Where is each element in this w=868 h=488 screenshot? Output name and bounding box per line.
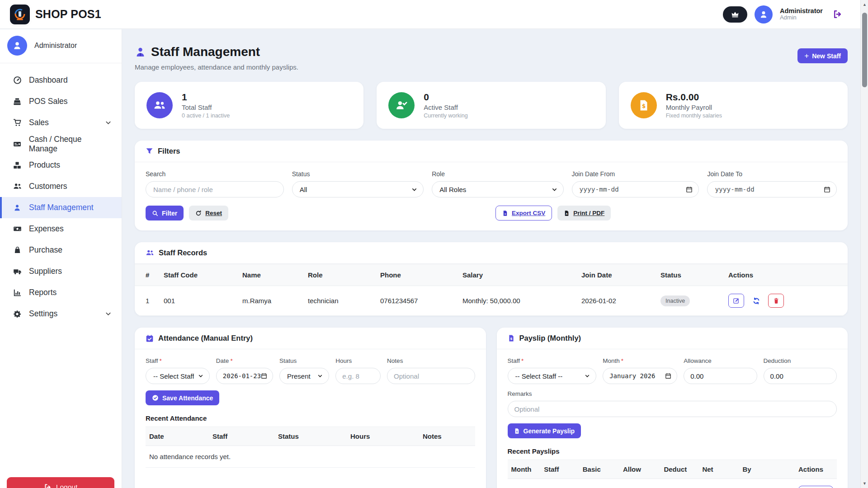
stat-sub: 0 active / 1 inactive [182,113,230,119]
sidebar-item-label: Settings [29,309,57,319]
crown-button[interactable] [723,6,747,23]
brand: SHOP POS1 [10,5,101,24]
header-logout-button[interactable] [833,9,842,19]
sidebar-item-cash-cheque[interactable]: Cash / Cheque Manage [0,133,122,155]
edit-button[interactable] [728,294,744,308]
staff-title-icon [135,47,146,58]
filter-button[interactable]: Filter [146,206,184,221]
cash-register-icon [13,98,22,106]
save-attendance-button[interactable]: Save Attendance [146,390,219,405]
main-content: Staff Management Manage employees, atten… [122,29,860,488]
ps-staff-label: Staff* [508,357,597,364]
sidebar-item-label: Customers [29,182,67,191]
att-date-label: Date* [216,357,273,364]
user-name: Administrator [780,7,823,15]
cell-allow: 35,000.00 [619,479,660,488]
search-input[interactable] [146,186,283,193]
attendance-date-input[interactable] [217,372,273,380]
filters-card: Filters Search Status All [135,141,848,230]
sidebar-item-sales[interactable]: Sales [0,112,122,133]
scroll-up-arrow[interactable]: ▲ [861,1,868,8]
cell-role: technician [304,286,377,316]
cell-name: m.Ramya [239,286,304,316]
stat-value: 1 [182,92,230,103]
sidebar-logout-button[interactable]: Logout [7,477,114,488]
users-icon [146,92,173,118]
sidebar-item-expenses[interactable]: Expenses [0,218,122,239]
app-logo [10,5,30,24]
sidebar-item-label: Staff Management [29,203,94,212]
status-badge: Inactive [660,296,690,306]
sidebar-item-customers[interactable]: Customers [0,176,122,197]
sidebar-item-dashboard[interactable]: Dashboard [0,70,122,91]
stat-label: Monthly Payroll [666,103,722,111]
user-role: Admin [780,14,823,21]
file-pdf-icon: A [564,210,570,216]
sidebar-item-products[interactable]: Products [0,155,122,176]
sidebar-item-settings[interactable]: Settings [0,303,122,324]
stats-row: 1 Total Staff 0 active / 1 inactive 0 Ac… [135,82,848,129]
cell-phone: 0761234567 [377,286,459,316]
sidebar-item-reports[interactable]: Reports [0,282,122,303]
check-circle-icon [152,394,159,401]
reset-button[interactable]: Reset [189,206,228,221]
table-row: 1 001 m.Ramya technician 0761234567 Mont… [135,286,848,316]
print-pdf-button[interactable]: A Print / PDF [557,206,611,221]
stat-card-active-staff: 0 Active Staff Currently working [377,82,605,129]
payslip-staff-select[interactable]: -- Select Staff -- [508,372,596,380]
payslip-card: $ Payslip (Monthly) Staff* -- Select Sta… [497,328,848,488]
payslip-month-input[interactable] [603,372,677,380]
edit-icon [733,297,740,304]
attendance-staff-select[interactable]: -- Select Staff -- [146,372,209,380]
users-icon [13,182,22,191]
attendance-hours-input[interactable] [336,372,380,380]
sidebar-item-label: Reports [29,288,57,297]
sidebar-item-suppliers[interactable]: Suppliers [0,261,122,282]
staff-records-title: Staff Records [159,249,207,257]
cell-code: 001 [160,286,239,316]
ps-deduction-label: Deduction [764,357,837,364]
new-staff-button[interactable]: + New Staff [797,48,848,63]
payslip-allowance-input[interactable] [684,372,756,380]
file-invoice-dollar-icon: $ [514,428,520,434]
user-avatar[interactable] [755,5,773,23]
recent-attendance-table: Date Staff Status Hours Notes No attenda… [146,427,475,468]
sidebar-item-label: Cash / Cheque Manage [29,135,112,154]
scroll-down-arrow[interactable]: ▼ [861,480,868,487]
attendance-title: Attendance (Manual Entry) [158,334,253,343]
sidebar-item-staff-management[interactable]: Staff Management [0,197,122,218]
sidebar-item-purchase[interactable]: Purchase [0,239,122,261]
scrollbar[interactable]: ▲ ▼ [860,0,868,488]
delete-button[interactable] [768,294,784,308]
export-csv-button[interactable]: x Export CSV [495,206,552,221]
toggle-status-button[interactable] [748,294,764,308]
payslip-remarks-input[interactable] [508,405,837,413]
sidebar-item-label: Expenses [29,224,64,234]
table-header-row: Month Staff Basic Allow Deduct Net By Ac… [508,460,837,479]
svg-text:$: $ [516,430,518,432]
status-select[interactable]: All [292,186,423,193]
payslip-deduction-input[interactable] [764,372,836,380]
table-header-row: Date Staff Status Hours Notes [146,427,475,446]
file-csv-icon: x [502,210,508,216]
table-header-row: # Staff Code Name Role Phone Salary Join… [135,264,848,286]
page-subtitle: Manage employees, attendance and monthly… [135,63,298,71]
stat-sub: Fixed monthly salaries [666,113,722,119]
join-date-from-input[interactable] [572,186,699,193]
chevron-down-icon [105,119,112,126]
sidebar-item-pos-sales[interactable]: POS Sales [0,91,122,112]
att-hours-label: Hours [335,357,381,364]
funnel-icon [146,147,153,155]
scrollbar-thumb[interactable] [862,13,867,87]
cell-staff: m.Ramya [540,479,579,488]
generate-payslip-button[interactable]: $ Generate Payslip [508,423,581,438]
recent-attendance-title: Recent Attendance [146,414,475,422]
sidebar-nav: Dashboard POS Sales Sales Ca [0,63,122,324]
stat-label: Active Staff [424,103,467,111]
view-payslip-button[interactable]: View [798,486,833,488]
join-date-to-input[interactable] [708,186,836,193]
sidebar-item-label: Dashboard [29,75,68,85]
role-select[interactable]: All Roles [432,186,563,193]
attendance-notes-input[interactable] [387,372,474,380]
attendance-status-select[interactable]: Present [280,372,329,380]
